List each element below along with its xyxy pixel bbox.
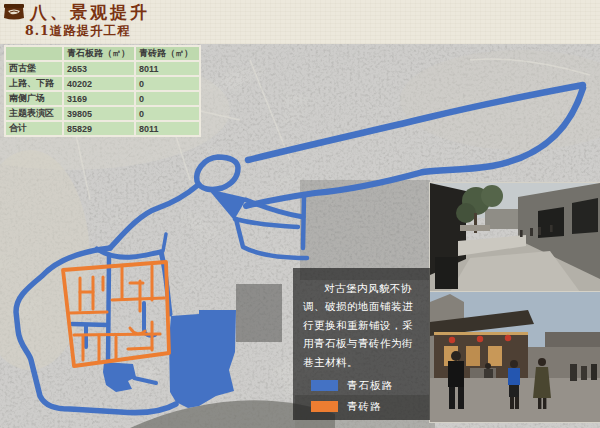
slide-page: 八、景观提升 8.1道路提升工程 — [0, 0, 600, 428]
stone-value: 2653 — [63, 61, 135, 76]
map-legend: 青石板路 青砖路 — [303, 379, 420, 414]
brick-value: 0 — [135, 91, 200, 106]
brick-value: 0 — [135, 76, 200, 91]
stone-road-color-swatch — [311, 380, 338, 391]
table-row-total: 合计 85829 8011 — [5, 121, 200, 136]
legend-item-brick-road: 青砖路 — [303, 400, 420, 414]
brick-value: 8011 — [135, 61, 200, 76]
row-label: 上路、下路 — [5, 76, 63, 91]
info-panel: 对古堡内风貌不协调、破损的地面铺装进行更换和重新铺设，采用青石板与青砖作为街巷主… — [293, 268, 430, 420]
photo-ancient-street-dusk — [430, 292, 600, 422]
table-row: 主题表演区 39805 0 — [5, 106, 200, 121]
page-title: 八、景观提升 — [30, 1, 150, 24]
stone-value: 39805 — [63, 106, 135, 121]
row-label: 合计 — [5, 121, 63, 136]
ink-stone-logo-icon — [3, 3, 25, 21]
brick-value: 0 — [135, 106, 200, 121]
legend-item-stone-road: 青石板路 — [303, 379, 420, 393]
table-row: 西古堡 2653 8011 — [5, 61, 200, 76]
photo-renovated-street — [430, 183, 600, 292]
legend-label: 青砖路 — [347, 400, 382, 414]
header-cell-stone: 青石板路（㎡） — [63, 46, 135, 61]
row-label: 西古堡 — [5, 61, 63, 76]
brick-road-color-swatch — [311, 401, 338, 412]
table-header-row: 青石板路（㎡） 青砖路（㎡） — [5, 46, 200, 61]
stone-value: 40202 — [63, 76, 135, 91]
brick-value: 8011 — [135, 121, 200, 136]
road-areas-table: 青石板路（㎡） 青砖路（㎡） 西古堡 2653 8011 上路、下路 40202… — [4, 45, 201, 137]
stone-value: 85829 — [63, 121, 135, 136]
header-cell-blank — [5, 46, 63, 61]
info-text: 对古堡内风貌不协调、破损的地面铺装进行更换和重新铺设，采用青石板与青砖作为街巷主… — [303, 279, 420, 371]
header-cell-brick: 青砖路（㎡） — [135, 46, 200, 61]
stone-value: 3169 — [63, 91, 135, 106]
row-label: 南侧广场 — [5, 91, 63, 106]
legend-label: 青石板路 — [347, 379, 393, 393]
page-subtitle: 8.1道路提升工程 — [25, 23, 131, 40]
table-row: 上路、下路 40202 0 — [5, 76, 200, 91]
table-row: 南侧广场 3169 0 — [5, 91, 200, 106]
row-label: 主题表演区 — [5, 106, 63, 121]
